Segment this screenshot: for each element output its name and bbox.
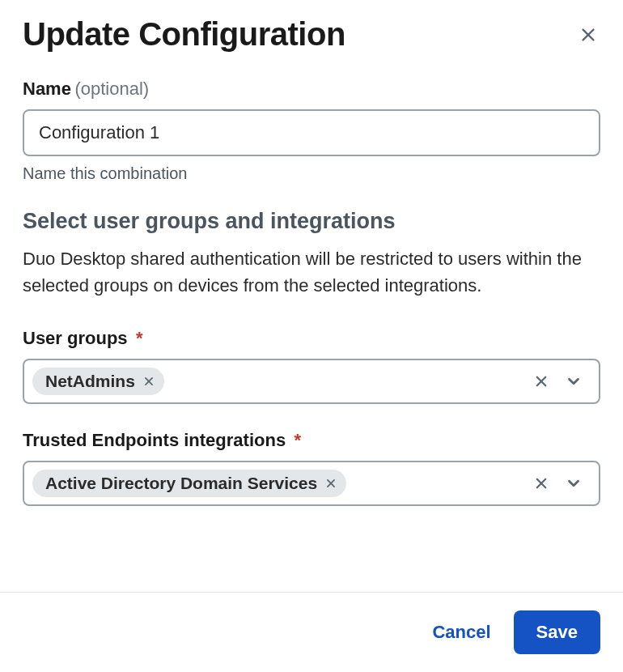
- required-indicator: *: [295, 430, 302, 450]
- section-description: Duo Desktop shared authentication will b…: [23, 245, 600, 299]
- close-icon: [534, 374, 549, 389]
- trusted-endpoints-select[interactable]: Active Directory Domain Services: [23, 461, 600, 506]
- trusted-endpoints-chips: Active Directory Domain Services: [32, 470, 526, 497]
- clear-all-button[interactable]: [526, 471, 557, 495]
- trusted-endpoints-label-row: Trusted Endpoints integrations *: [23, 430, 600, 451]
- cancel-button[interactable]: Cancel: [427, 615, 495, 649]
- chip-label: NetAdmins: [45, 372, 135, 391]
- close-icon: [579, 26, 597, 44]
- section-heading: Select user groups and integrations: [23, 209, 600, 234]
- user-groups-chips: NetAdmins: [32, 368, 526, 395]
- name-label-row: Name (optional): [23, 79, 600, 100]
- clear-all-button[interactable]: [526, 369, 557, 393]
- user-groups-label: User groups: [23, 328, 128, 348]
- save-button[interactable]: Save: [514, 610, 600, 654]
- modal-title: Update Configuration: [23, 16, 345, 53]
- chip-netadmins: NetAdmins: [32, 368, 164, 395]
- user-groups-select[interactable]: NetAdmins: [23, 359, 600, 404]
- close-icon: [143, 376, 155, 387]
- name-label-suffix: (optional): [74, 79, 149, 99]
- trusted-endpoints-field-group: Trusted Endpoints integrations * Active …: [23, 430, 600, 506]
- chip-label: Active Directory Domain Services: [45, 474, 317, 493]
- dropdown-toggle[interactable]: [557, 368, 591, 395]
- modal-footer: Cancel Save: [0, 592, 623, 672]
- chip-adds: Active Directory Domain Services: [32, 470, 346, 497]
- name-input[interactable]: [23, 109, 600, 156]
- close-icon: [534, 476, 549, 491]
- chevron-down-icon: [565, 372, 583, 390]
- required-indicator: *: [136, 328, 143, 348]
- close-button[interactable]: [576, 23, 600, 47]
- update-configuration-modal: Update Configuration Name (optional) Nam…: [0, 0, 623, 672]
- user-groups-field-group: User groups * NetAdmins: [23, 328, 600, 404]
- chevron-down-icon: [565, 474, 583, 492]
- user-groups-label-row: User groups *: [23, 328, 600, 349]
- trusted-endpoints-label: Trusted Endpoints integrations: [23, 430, 286, 450]
- chip-remove-button[interactable]: [324, 476, 338, 491]
- name-field-group: Name (optional) Name this combination: [23, 79, 600, 183]
- dropdown-toggle[interactable]: [557, 470, 591, 497]
- modal-header: Update Configuration: [23, 16, 600, 53]
- name-label: Name: [23, 79, 71, 99]
- close-icon: [325, 478, 337, 489]
- name-help-text: Name this combination: [23, 164, 600, 183]
- spacer: [23, 532, 600, 592]
- chip-remove-button[interactable]: [142, 374, 156, 389]
